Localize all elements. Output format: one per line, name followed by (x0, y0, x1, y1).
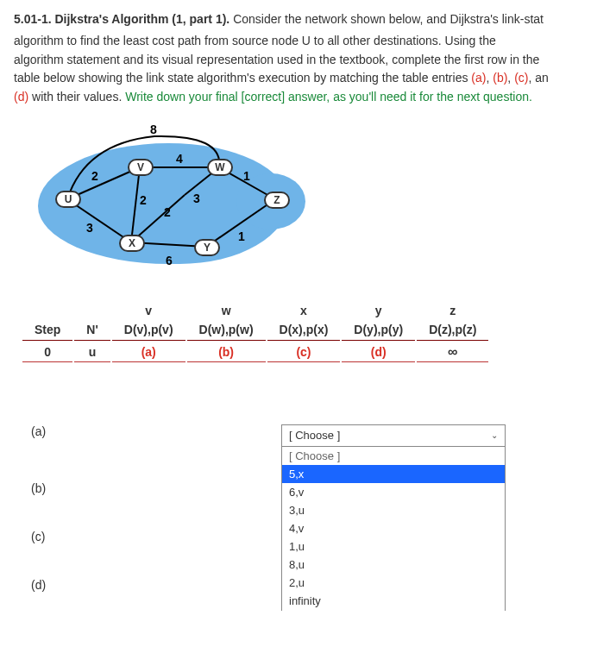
qa-label-b: (b) (31, 481, 281, 495)
label-c: (c) (514, 71, 528, 85)
weight-wz: 1 (243, 169, 250, 183)
answer-area: (a) [ Choose ] ⌄ [ Choose ] 5,x 6,v 3,u … (14, 424, 602, 600)
col-np: N' (74, 321, 110, 341)
weight-uv: 2 (91, 169, 98, 183)
cell-b: (b) (187, 342, 266, 362)
question-body-l2: algorithm to find the least cost path fr… (14, 32, 602, 51)
weight-xw: 2 (164, 205, 171, 219)
sub-z: D(z),p(z) (417, 321, 488, 341)
col-w: w (187, 302, 266, 319)
dropdown-option[interactable]: 4,v (282, 519, 505, 537)
question-body-l3: algorithm statement and its visual repre… (14, 51, 602, 70)
dropdown-option[interactable]: 3,u (282, 501, 505, 519)
weight-wy: 3 (193, 192, 200, 205)
question-body-l5a: with their values. (28, 90, 125, 104)
question-body-l5b: Write down your final [correct] answer, … (125, 90, 532, 104)
dropdown-option[interactable]: 6,v (282, 483, 505, 501)
weight-ux: 3 (86, 221, 93, 235)
cell-np: u (74, 342, 110, 362)
table-row: 0 u (a) (b) (c) (d) ∞ (22, 342, 488, 362)
question-title: Dijkstra's Algorithm (1, part 1). (54, 12, 229, 26)
question-number: 5.01-1. (14, 12, 52, 26)
node-x: X (119, 235, 145, 252)
col-z: z (417, 302, 488, 319)
cell-c: (c) (267, 342, 341, 362)
cell-step: 0 (22, 342, 72, 362)
col-x: x (267, 302, 341, 319)
select-a-dropdown: [ Choose ] 5,x 6,v 3,u 4,v 1,u 8,u 2,u i… (281, 446, 506, 611)
node-u: U (55, 191, 81, 208)
qa-label-a: (a) (31, 424, 281, 438)
question-body-l4b: , an (528, 71, 548, 85)
sub-x: D(x),p(x) (267, 321, 341, 341)
label-b: (b) (493, 71, 507, 85)
label-d: (d) (14, 90, 28, 104)
question-body-l5: (d) with their values. Write down your f… (14, 88, 602, 107)
chevron-down-icon: ⌄ (491, 430, 498, 440)
node-v: V (128, 159, 154, 176)
weight-top: 8 (150, 122, 157, 136)
weight-vw: 4 (176, 152, 183, 166)
sub-v: D(v),p(v) (112, 321, 185, 341)
dropdown-option[interactable]: 5,x (282, 465, 505, 483)
dropdown-option[interactable]: 1,u (282, 537, 505, 556)
cell-d: (d) (342, 342, 415, 362)
col-v: v (112, 302, 185, 319)
node-z: Z (264, 192, 290, 209)
cell-z: ∞ (417, 342, 488, 362)
weight-vx: 2 (140, 193, 147, 207)
node-y: Y (194, 239, 220, 256)
col-y: y (342, 302, 415, 319)
dropdown-option[interactable]: 2,u (282, 574, 505, 592)
label-a: (a) (471, 71, 486, 85)
dijkstra-table: v w x y z Step N' D(v),p(v) D(w),p(w) D(… (21, 300, 490, 364)
weight-xy: 6 (166, 254, 173, 267)
select-a[interactable]: [ Choose ] ⌄ (281, 424, 506, 447)
question-body-p1: Consider the network shown below, and Di… (233, 12, 544, 26)
svg-line-2 (131, 167, 140, 242)
question-body-l4a: table below showing the link state algor… (14, 71, 471, 85)
question-heading: 5.01-1. Dijkstra's Algorithm (1, part 1)… (14, 10, 602, 28)
node-w: W (207, 159, 233, 176)
dropdown-option[interactable]: [ Choose ] (282, 447, 505, 465)
question-body-l4: table below showing the link state algor… (14, 69, 602, 88)
network-graph: U V W X Y Z 8 2 3 4 2 2 3 6 1 1 (38, 126, 305, 281)
col-step: Step (22, 321, 72, 341)
select-a-value: [ Choose ] (289, 429, 340, 442)
qa-row-a: (a) [ Choose ] ⌄ [ Choose ] 5,x 6,v 3,u … (31, 424, 568, 447)
qa-label-d: (d) (31, 578, 281, 592)
weight-yz: 1 (238, 229, 245, 243)
dropdown-option[interactable]: 7,u (282, 610, 505, 611)
sub-y: D(y),p(y) (342, 321, 415, 341)
dropdown-option[interactable]: infinity (282, 592, 505, 610)
qa-label-c: (c) (31, 530, 281, 543)
sub-w: D(w),p(w) (187, 321, 266, 341)
dropdown-option[interactable]: 8,u (282, 556, 505, 574)
cell-a: (a) (112, 342, 185, 362)
